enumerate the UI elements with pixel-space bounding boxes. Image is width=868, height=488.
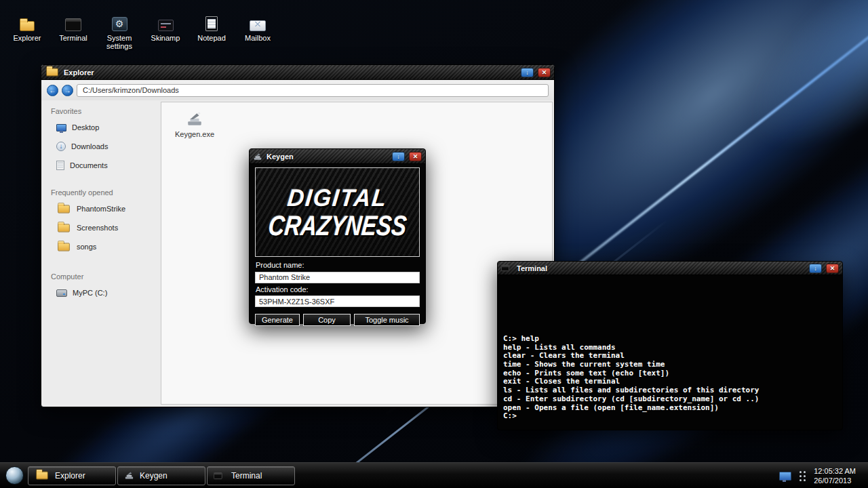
desktop-icon-label: System settings — [98, 34, 141, 50]
minimize-button[interactable]: ↓ — [392, 152, 405, 161]
keygen-window: Keygen ↓ ✕ DIGITAL CRAZYNESS Product nam… — [249, 148, 426, 324]
document-icon — [56, 161, 64, 170]
desktop-icon-label: Explorer — [14, 34, 41, 42]
sidebar-item-label: Documents — [70, 161, 108, 169]
sidebar-item-documents[interactable]: Documents — [51, 156, 161, 175]
keygen-titlebar[interactable]: Keygen ↓ ✕ — [250, 149, 425, 164]
terminal-line: open - Opens a file (open [file_name.ext… — [503, 404, 837, 413]
sidebar-item-phantomstrike[interactable]: PhantomStrike — [51, 199, 161, 218]
terminal-titlebar[interactable]: Terminal ↓ ✕ — [498, 262, 842, 275]
notepad-icon — [205, 16, 218, 31]
sidebar-item-desktop[interactable]: Desktop — [51, 118, 161, 137]
close-button[interactable]: ✕ — [409, 152, 422, 161]
music-player-icon — [158, 20, 174, 31]
desktop-icon-mailbox[interactable]: Mailbox — [236, 8, 279, 50]
keygen-body: DIGITAL CRAZYNESS Product name: Activati… — [250, 164, 425, 331]
desktop-icon-explorer[interactable]: Explorer — [5, 8, 49, 50]
clock-time: 12:05:32 AM — [814, 466, 856, 476]
close-button[interactable]: ✕ — [826, 264, 839, 273]
window-title: Keygen — [267, 152, 388, 161]
explorer-sidebar: Favorites Desktop ↓ Downloads Documents … — [41, 100, 161, 406]
taskbar-item-label: Keygen — [140, 471, 167, 481]
desktop-icon-system-settings[interactable]: ⚙ System settings — [98, 8, 141, 50]
desktop-icon-row: Explorer Terminal ⚙ System settings Skin… — [5, 8, 282, 50]
explorer-toolbar: ← → — [41, 80, 554, 100]
monitor-icon — [56, 124, 66, 131]
desktop-icon-skinamp[interactable]: Skinamp — [144, 8, 187, 50]
minimize-button[interactable]: ↓ — [521, 68, 534, 77]
taskbar-item-explorer[interactable]: Explorer — [28, 466, 116, 485]
terminal-icon — [65, 18, 81, 31]
product-name-label: Product name: — [256, 261, 420, 269]
explorer-titlebar[interactable]: Explorer ↓ ✕ — [41, 65, 554, 80]
keygen-button-row: Generate Copy Toggle music — [255, 314, 420, 326]
forward-button[interactable]: → — [62, 85, 73, 96]
terminal-line: C:> help — [503, 335, 837, 344]
sidebar-section-header: Frequently opened — [51, 188, 161, 197]
terminal-line: time - Shows the current system time — [503, 361, 837, 369]
start-button[interactable] — [5, 466, 24, 485]
sidebar-item-label: Desktop — [72, 123, 99, 131]
desktop-icon-label: Notepad — [197, 34, 226, 42]
keygen-logo: DIGITAL CRAZYNESS — [255, 167, 420, 257]
folder-icon — [36, 472, 48, 480]
file-label: Keygen.exe — [175, 130, 214, 138]
drive-icon — [56, 289, 67, 297]
logo-text-crazyness: CRAZYNESS — [267, 207, 408, 245]
taskbar-item-terminal[interactable]: Terminal — [207, 466, 295, 485]
folder-icon — [20, 21, 35, 31]
terminal-icon — [214, 472, 222, 479]
address-bar[interactable] — [77, 84, 549, 97]
taskbar-item-keygen[interactable]: Keygen — [117, 466, 205, 485]
keygen-exe-icon — [185, 110, 204, 128]
close-button[interactable]: ✕ — [538, 68, 551, 77]
sidebar-item-screenshots[interactable]: Screenshots — [51, 218, 161, 237]
terminal-prompt: C:> — [503, 412, 837, 421]
terminal-icon — [501, 265, 509, 271]
product-name-field[interactable] — [255, 272, 420, 283]
sidebar-item-mypc[interactable]: MyPC (C:) — [51, 283, 161, 302]
copy-button[interactable]: Copy — [303, 314, 351, 326]
terminal-output[interactable]: C:> help help - Lists all commands clear… — [498, 275, 842, 429]
display-tray-icon[interactable] — [779, 472, 791, 481]
sidebar-item-label: MyPC (C:) — [73, 289, 107, 297]
mailbox-icon — [250, 20, 266, 31]
back-button[interactable]: ← — [47, 85, 58, 96]
sidebar-section-header: Computer — [51, 272, 161, 281]
desktop-icon-notepad[interactable]: Notepad — [190, 8, 233, 50]
system-tray: 12:05:32 AM 26/07/2013 — [779, 463, 856, 488]
window-title: Explorer — [64, 68, 517, 77]
terminal-lines: C:> help help - Lists all commands clear… — [503, 335, 837, 421]
sidebar-item-songs[interactable]: songs — [51, 237, 161, 256]
sidebar-item-label: Downloads — [71, 142, 108, 150]
file-keygen-exe[interactable]: Keygen.exe — [168, 110, 221, 138]
folder-icon — [58, 205, 70, 213]
desktop-background: Explorer Terminal ⚙ System settings Skin… — [0, 0, 868, 488]
sidebar-item-downloads[interactable]: ↓ Downloads — [51, 137, 161, 156]
desktop-icon-label: Terminal — [59, 34, 87, 42]
gear-icon: ⚙ — [112, 17, 127, 31]
minimize-button[interactable]: ↓ — [809, 264, 822, 273]
folder-icon — [58, 224, 70, 232]
taskbar: Explorer Keygen Terminal 12:05:32 AM 26/… — [0, 462, 868, 488]
activation-code-field[interactable] — [255, 296, 420, 307]
taskbar-item-label: Explorer — [55, 471, 85, 481]
download-icon: ↓ — [56, 142, 66, 151]
desktop-icon-label: Mailbox — [245, 34, 271, 42]
taskbar-item-label: Terminal — [231, 471, 262, 481]
tray-grid-icon[interactable] — [800, 471, 806, 481]
activation-code-label: Activation code: — [256, 285, 420, 293]
sidebar-item-label: PhantomStrike — [77, 205, 125, 213]
toggle-music-button[interactable]: Toggle music — [354, 314, 420, 326]
desktop-icon-terminal[interactable]: Terminal — [52, 8, 95, 50]
terminal-window: Terminal ↓ ✕ C:> help help - Lists all c… — [497, 261, 843, 430]
folder-icon — [46, 68, 58, 77]
terminal-line: ls - Lists all files and subdirectories … — [503, 386, 837, 395]
generate-button[interactable]: Generate — [255, 314, 300, 326]
sidebar-item-label: Screenshots — [77, 224, 118, 232]
desktop-icon-label: Skinamp — [151, 34, 180, 42]
window-title: Terminal — [517, 264, 805, 272]
folder-icon — [58, 243, 70, 251]
sidebar-item-label: songs — [77, 243, 96, 251]
clock-date: 26/07/2013 — [814, 476, 856, 485]
